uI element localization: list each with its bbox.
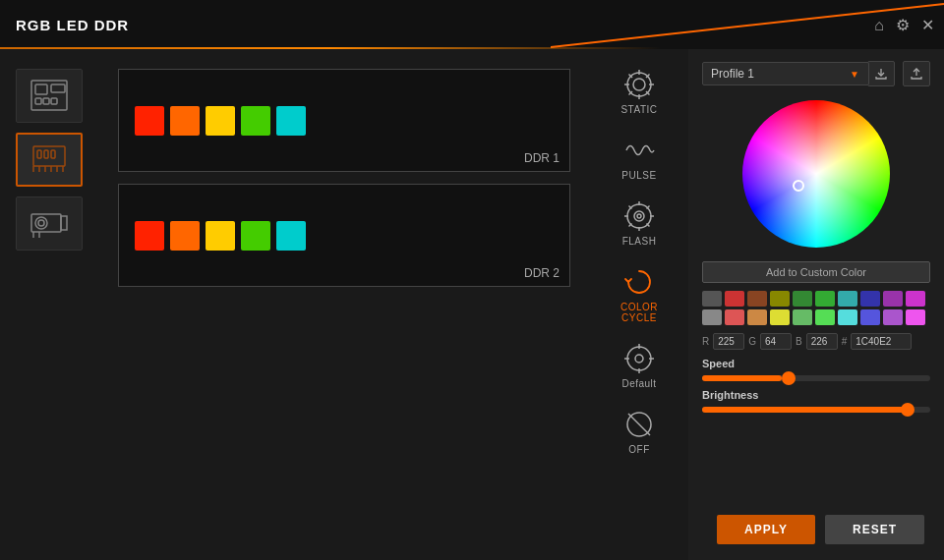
svg-rect-20 [61,216,67,230]
static-icon [621,67,657,102]
speed-slider-thumb[interactable] [782,371,796,385]
mode-flash[interactable]: FLASH [600,191,678,254]
swatch-10[interactable] [702,309,722,325]
swatch-18[interactable] [883,309,903,325]
svg-rect-3 [51,84,65,92]
swatch-4[interactable] [793,291,812,307]
add-to-custom-color-button[interactable]: Add to Custom Color [702,261,930,283]
mode-pulse[interactable]: PULSE [600,125,678,189]
swatch-15[interactable] [815,309,835,325]
action-buttons: APPLY RESET [717,515,924,544]
swatch-8[interactable] [883,291,903,307]
swatch-3[interactable] [770,291,790,307]
swatch-0[interactable] [702,291,722,307]
swatch-2[interactable] [747,291,767,307]
ddr2-color-yellow [206,221,235,251]
mode-color-cycle[interactable]: COLORCYCLE [600,256,678,331]
flash-icon [621,198,657,234]
swatch-12[interactable] [747,309,767,325]
apply-button[interactable]: APPLY [717,515,815,544]
mode-pulse-label: PULSE [621,170,656,181]
svg-rect-14 [37,150,41,158]
export-profile-button[interactable] [903,61,930,86]
swatch-14[interactable] [793,309,812,325]
swatch-17[interactable] [860,309,880,325]
svg-rect-7 [33,146,65,166]
svg-point-18 [35,217,47,229]
brightness-slider-thumb[interactable] [901,403,914,417]
swatch-19[interactable] [906,309,925,325]
ddr2-color-orange [170,221,200,251]
ddr2-box[interactable]: DDR 2 [118,184,570,287]
svg-point-43 [637,214,641,218]
sidebar-item-gpu[interactable] [16,196,83,251]
color-settings-panel: Profile 1 Profile 2 Profile 3 ▼ [688,49,944,560]
profile-row: Profile 1 Profile 2 Profile 3 ▼ [702,61,930,86]
color-swatches [702,291,930,325]
ddr2-label: DDR 2 [524,266,560,280]
speed-slider-row: Speed [702,358,930,381]
svg-rect-15 [44,150,48,158]
swatch-9[interactable] [906,291,925,307]
ddr2-color-blocks [135,221,306,251]
svg-rect-2 [35,84,47,94]
swatch-1[interactable] [725,291,744,307]
g-label: G [748,336,756,347]
svg-point-24 [633,79,645,90]
swatch-5[interactable] [815,291,835,307]
svg-line-51 [628,414,650,435]
mode-static[interactable]: STATIC [600,59,678,123]
speed-slider-track[interactable] [702,375,930,381]
ddr1-label: DDR 1 [524,151,560,165]
ddr2-color-green [241,221,270,251]
hex-hash: # [842,336,848,347]
default-icon [621,341,657,376]
swatch-13[interactable] [770,309,790,325]
brightness-slider-track[interactable] [702,407,930,413]
swatch-11[interactable] [725,309,744,325]
ddr1-color-red [135,106,164,136]
ddr1-box[interactable]: DDR 1 [118,69,570,172]
reset-button[interactable]: RESET [825,515,924,544]
swatch-16[interactable] [838,309,857,325]
color-wheel-cursor [793,180,804,192]
svg-rect-5 [43,98,49,104]
color-cycle-icon [621,264,657,300]
gear-icon[interactable]: ⚙ [896,16,910,34]
r-input[interactable] [713,333,744,350]
speed-slider-fill [702,375,782,381]
close-icon[interactable]: ✕ [921,16,934,34]
import-profile-button[interactable] [867,61,895,86]
window-controls: ⌂ ⚙ ✕ [874,16,934,34]
svg-point-42 [634,211,644,221]
b-input[interactable] [806,333,838,350]
svg-point-19 [38,220,44,226]
ddr1-color-yellow [206,106,235,136]
mode-off[interactable]: OFF [600,399,678,463]
speed-label: Speed [702,358,930,369]
hex-input[interactable] [851,333,912,350]
svg-line-38 [629,206,632,209]
sidebar-item-ram[interactable] [16,133,83,187]
ddr1-color-green [241,106,270,136]
mode-default[interactable]: Default [600,333,678,397]
color-wheel-container[interactable] [702,94,930,253]
mode-color-cycle-label: COLORCYCLE [620,302,658,323]
color-wheel[interactable] [742,100,890,248]
profile-select[interactable]: Profile 1 Profile 2 Profile 3 [702,62,869,85]
swatch-6[interactable] [838,291,857,307]
rgb-input-row: R G B # [702,333,930,350]
ddr2-color-red [135,221,164,251]
ddr-display-area: DDR 1 DDR 2 [98,49,590,560]
svg-rect-4 [35,98,41,104]
g-input[interactable] [760,333,792,350]
sidebar-item-motherboard[interactable] [16,69,83,123]
device-sidebar [0,49,98,560]
mode-default-label: Default [621,378,656,389]
r-label: R [702,336,709,347]
home-icon[interactable]: ⌂ [874,16,884,33]
ddr1-color-blocks [135,106,306,136]
swatch-7[interactable] [860,291,880,307]
off-icon [621,407,657,442]
svg-line-40 [647,206,650,209]
